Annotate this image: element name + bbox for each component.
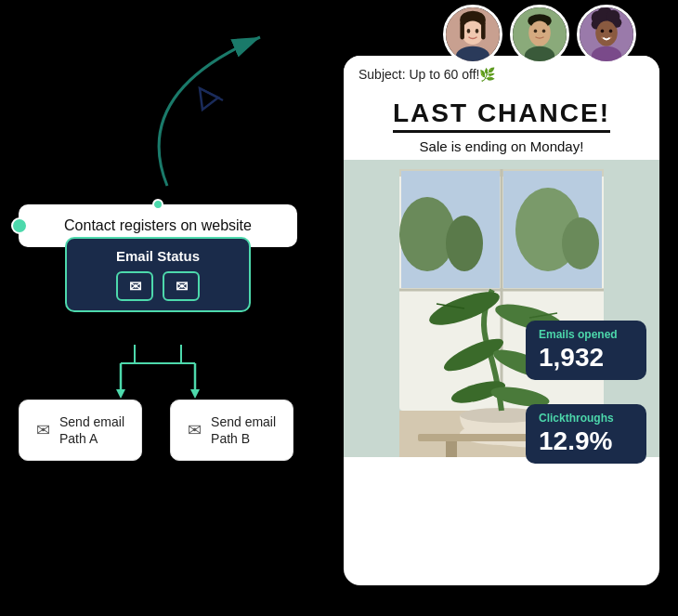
path-b-envelope-icon: ✉ [188,420,202,440]
svg-rect-63 [446,441,457,457]
contact-box-label: Contact registers on website [64,217,252,233]
svg-point-26 [609,30,613,33]
svg-point-6 [476,29,479,33]
clickthroughs-value: 12.9% [539,426,633,456]
email-subheadline: Sale is ending on Monday! [359,138,645,154]
svg-rect-8 [460,22,464,39]
curved-arrow [74,0,353,204]
email-card: Subject: Up to 60 off!🌿 LAST CHANCE! Sal… [344,56,659,585]
svg-point-24 [596,21,617,45]
svg-marker-29 [200,88,218,110]
avatar-group [443,5,636,64]
svg-point-5 [467,29,471,33]
emails-opened-label: Emails opened [539,328,633,341]
avatar-1 [443,5,502,64]
paths-row: ✉ Send emailPath A ✉ Send emailPath B [19,400,293,461]
svg-line-30 [200,88,223,100]
path-a-envelope-icon: ✉ [36,420,50,440]
email-icons-row: ✉ ✉ [85,271,230,301]
svg-point-50 [562,217,599,269]
email-status-box: Email Status ✉ ✉ [65,237,251,312]
email-headline: LAST CHANCE! [393,98,610,133]
email-status-section: Email Status ✉ ✉ [65,237,251,312]
email-icon-2: ✉ [163,271,200,301]
envelope-icon-1: ✉ [129,278,141,295]
svg-point-13 [529,21,550,45]
path-b-box: ✉ Send emailPath B [170,400,293,461]
svg-point-4 [462,21,484,45]
clickthroughs-stat: Clickthroughs 12.9% [526,404,646,464]
svg-point-14 [534,30,538,33]
envelope-icon-2: ✉ [176,278,188,295]
svg-rect-9 [481,22,486,39]
email-status-label: Email Status [116,248,200,264]
svg-marker-39 [190,389,200,399]
avatar-2 [510,5,569,64]
clickthroughs-label: Clickthroughs [539,412,633,425]
svg-point-25 [601,30,605,33]
svg-marker-37 [116,389,125,399]
svg-point-47 [399,197,455,271]
path-a-box: ✉ Send emailPath A [19,400,142,461]
path-a-label: Send emailPath A [59,413,124,447]
avatar-3 [577,5,636,64]
email-icon-1: ✉ [116,271,153,301]
svg-point-48 [446,216,483,271]
workflow-diagram: Contact registers on website [19,204,297,503]
svg-point-15 [542,30,546,33]
emails-opened-stat: Emails opened 1,932 [526,321,646,380]
email-header-section: LAST CHANCE! Sale is ending on Monday! [344,89,659,160]
path-b-label: Send emailPath B [211,413,276,447]
emails-opened-value: 1,932 [539,343,633,373]
